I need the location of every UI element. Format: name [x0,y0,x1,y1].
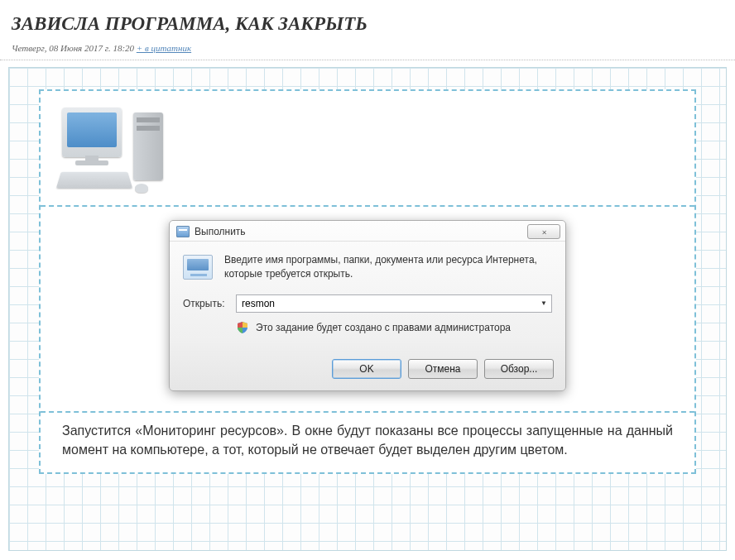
shield-icon [236,321,249,334]
dialog-buttons: OK Отмена Обзор... [170,351,565,390]
page-title: ЗАВИСЛА ПРОГРАММА, КАК ЗАКРЫТЬ [0,0,735,43]
article-meta: Четверг, 08 Июня 2017 г. 18:20 + в цитат… [0,43,735,60]
close-icon: ⨉ [534,227,554,236]
command-combobox[interactable]: ▼ [236,294,552,313]
browse-button[interactable]: Обзор... [484,359,554,379]
content-grid: Выполнить ⨉ Введите имя программы, папки… [8,67,727,551]
content-frame: Выполнить ⨉ Введите имя программы, папки… [39,89,696,474]
dialog-title: Выполнить [195,226,246,237]
command-input[interactable] [237,298,536,309]
open-label: Открыть: [183,298,228,309]
close-button[interactable]: ⨉ [527,224,560,239]
ok-button[interactable]: OK [332,359,401,379]
run-icon [176,226,190,237]
computer-illustration [57,104,190,195]
article-paragraph: Запустится «Мониторинг ресурсов». В окне… [57,413,678,459]
cancel-button[interactable]: Отмена [408,359,478,379]
run-dialog: Выполнить ⨉ Введите имя программы, папки… [169,220,566,391]
run-dialog-container: Выполнить ⨉ Введите имя программы, папки… [57,207,678,411]
run-large-icon [183,255,213,280]
dropdown-arrow-icon[interactable]: ▼ [536,295,551,312]
article-date: Четверг, 08 Июня 2017 г. 18:20 [12,43,134,53]
titlebar: Выполнить ⨉ [170,221,565,242]
admin-note: Это задание будет создано с правами адми… [256,322,511,333]
dialog-description: Введите имя программы, папки, документа … [224,253,552,281]
cite-link[interactable]: + в цитатник [137,43,191,53]
svg-text:⨉: ⨉ [542,227,546,236]
